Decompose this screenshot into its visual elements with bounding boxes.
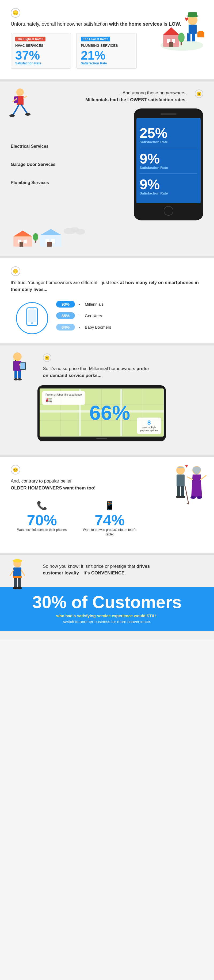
tablet-map-section: Prefer an Uber-like experience 🚛 66% $ W…	[11, 385, 203, 441]
section-smartphones: 😐 It's true: Younger homeowners are diff…	[0, 258, 214, 343]
lowest-rate-text: Satisfaction Rate	[81, 62, 132, 65]
svg-marker-29	[13, 231, 32, 237]
separator-2	[0, 256, 214, 258]
stat-row-genxers: 85% - Gen-Xers	[56, 312, 198, 319]
svg-line-23	[21, 105, 25, 110]
svg-rect-67	[177, 474, 185, 487]
section2-header: ... And among these homeowners, Millenni…	[11, 89, 203, 103]
svg-point-27	[25, 113, 30, 116]
house-area	[11, 226, 203, 248]
svg-rect-44	[28, 310, 37, 322]
svg-marker-36	[40, 229, 62, 235]
svg-rect-85	[18, 578, 21, 587]
svg-rect-9	[188, 25, 196, 34]
phone-percent-plumbing: 9%	[140, 177, 197, 191]
section2-text: ... And among these homeowners, Millenni…	[62, 89, 192, 103]
svg-text:♥: ♥	[185, 463, 188, 469]
phone-stat-plumbing: 9% Satisfaction Rate	[140, 173, 197, 199]
truck-icon: 🚛	[45, 396, 82, 402]
svg-line-88	[10, 570, 13, 576]
stat-dash-millennials: -	[79, 302, 80, 307]
svg-point-55	[18, 378, 22, 380]
phone-percent-electrical: 25%	[140, 126, 197, 140]
svg-rect-81	[13, 560, 21, 562]
svg-point-34	[33, 233, 38, 241]
stat-row-millennials: 93% - Millennials	[56, 301, 198, 307]
stat-row-boomers: 64% - Baby Boomers	[56, 324, 198, 331]
stat-label-genxers: Gen-Xers	[85, 313, 102, 318]
lowest-label: The Lowest Rate?	[81, 37, 110, 41]
service-label-garage: Garage Door Services	[11, 162, 128, 167]
phone-stat-electrical: 25% Satisfaction Rate	[140, 123, 197, 148]
uber-label: Prefer an Uber-like experience	[45, 393, 82, 396]
phone-icon-circle	[16, 302, 48, 334]
svg-line-68	[185, 486, 188, 504]
svg-line-89	[21, 570, 25, 576]
section-convenience: So now you know: it isn't price or prest…	[0, 555, 214, 640]
payment-badge: $ Want multiple payment options	[137, 418, 161, 434]
lowest-service: PLUMBING SERVICES	[81, 43, 132, 48]
svg-rect-84	[14, 578, 17, 587]
older-desc-tablet: Want to browse product info on tech's ta…	[81, 528, 138, 537]
svg-rect-70	[181, 486, 184, 496]
highest-percent: 37%	[15, 49, 66, 62]
phone-speaker	[161, 113, 177, 115]
svg-rect-46	[30, 309, 34, 309]
section-homeowner-satisfaction: 😞 Unfortunately, overall homeowner satis…	[0, 0, 214, 80]
elderly-couple: ♥	[169, 462, 209, 517]
older-stat-phone: 📞 70% Want tech info sent to their phone…	[11, 498, 73, 539]
smile-face-icon: 🙂	[11, 465, 20, 474]
sad-face-icon: 😞	[11, 8, 20, 18]
svg-point-77	[196, 496, 202, 499]
phone-call-icon: 📞	[13, 500, 70, 511]
svg-rect-15	[198, 31, 203, 33]
svg-rect-39	[47, 242, 52, 247]
neutral-face-icon: 😐	[11, 266, 20, 276]
phone-percent-garage: 9%	[140, 152, 197, 165]
svg-line-25	[25, 110, 27, 113]
smartphone-stats: 93% - Millennials 85% - Gen-Xers 64% - B…	[11, 301, 203, 335]
big-percent: 66%	[89, 401, 130, 424]
highest-rate-text: Satisfaction Rate	[15, 62, 66, 65]
smile-icon: 🙂	[43, 353, 51, 362]
section-ondemand: 🙂 So it's no surprise that Millennial ho…	[0, 345, 214, 455]
stat-percent-boomers: 64%	[56, 324, 75, 331]
stat-dash-genxers: -	[79, 313, 80, 318]
stat-percent-millennials: 93%	[56, 301, 75, 307]
svg-line-51	[20, 364, 20, 366]
svg-point-72	[180, 496, 185, 498]
svg-rect-83	[13, 576, 22, 578]
service-label-electrical: Electrical Services	[11, 144, 128, 149]
map-display: Prefer an Uber-like experience 🚛 66% $ W…	[40, 388, 164, 437]
older-percent-tablet: 74%	[81, 513, 138, 528]
section4-content: 🙂 So it's no surprise that Millennial ho…	[11, 353, 203, 379]
highest-service: HVAC SERVICES	[15, 43, 66, 48]
svg-rect-52	[14, 371, 17, 379]
svg-rect-38	[51, 239, 55, 243]
section-older-homeowners: ♥ 🙂 And, contrary to popular belief, OLD…	[0, 457, 214, 553]
svg-line-24	[13, 111, 16, 115]
section6-title: So now you know: it isn't price or prest…	[43, 563, 166, 577]
svg-text:♥: ♥	[185, 15, 188, 23]
svg-line-74	[187, 477, 193, 480]
worker-character	[5, 558, 29, 597]
phone-label-plumbing: Satisfaction Rate	[140, 191, 197, 195]
uber-badge: Prefer an Uber-like experience 🚛	[42, 391, 85, 405]
lowest-percent: 21%	[81, 49, 132, 62]
phone-section: Electrical Services Garage Door Services…	[11, 108, 203, 220]
svg-point-26	[10, 115, 15, 117]
service-label-plumbing: Plumbing Services	[11, 180, 128, 185]
svg-rect-69	[177, 486, 180, 496]
highest-label: The Highest Rate?	[15, 37, 45, 41]
svg-point-54	[14, 378, 18, 380]
bottom-stat-banner: 30% of Customers who had a satisfying se…	[0, 587, 214, 632]
svg-line-21	[24, 96, 27, 98]
stat-dash-boomers: -	[79, 325, 80, 329]
section6-content: So now you know: it isn't price or prest…	[11, 563, 203, 587]
lowest-rate-box: The Lowest Rate? PLUMBING SERVICES 21% S…	[76, 33, 136, 68]
svg-point-87	[17, 587, 22, 589]
stat-rows: 93% - Millennials 85% - Gen-Xers 64% - B…	[56, 301, 198, 335]
svg-line-22	[16, 105, 19, 111]
phone-device: 25% Satisfaction Rate 9% Satisfaction Ra…	[134, 108, 203, 220]
payment-label: Want multiple payment options	[140, 426, 158, 432]
